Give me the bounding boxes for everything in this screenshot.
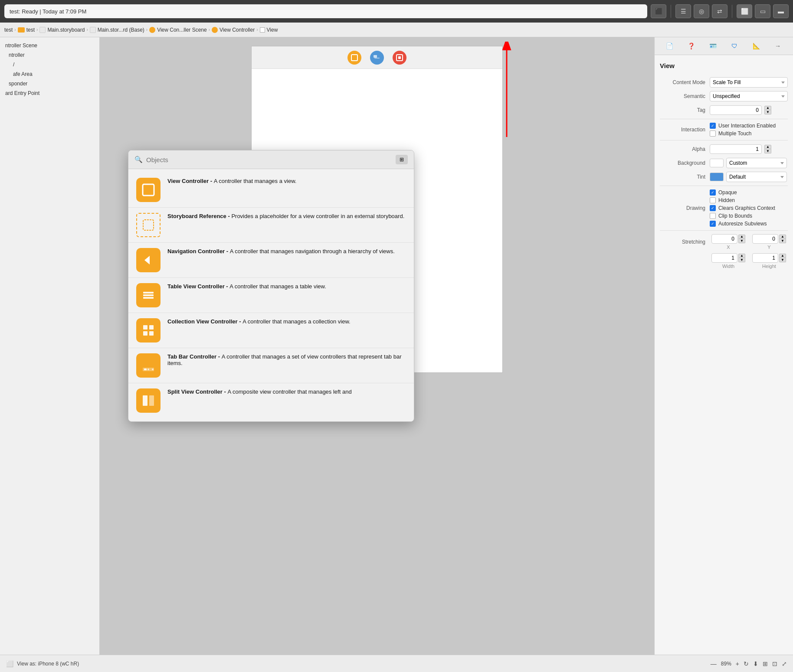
- multiple-touch-checkbox[interactable]: [710, 130, 716, 137]
- stretching-x-input[interactable]: [711, 234, 737, 244]
- left-panel-item-safe-area[interactable]: afe Area: [0, 69, 99, 79]
- stretching-label: Stretching: [660, 239, 710, 245]
- tag-input[interactable]: [710, 105, 762, 115]
- expand-icon[interactable]: ⤢: [782, 660, 787, 667]
- autoresize-checkbox[interactable]: ✓: [710, 221, 716, 227]
- semantic-select[interactable]: Unspecified: [710, 91, 788, 101]
- zoom-out-icon[interactable]: —: [711, 660, 717, 667]
- breadcrumb-item-mainstoryboard[interactable]: Main.storyboard: [39, 27, 85, 33]
- tint-select[interactable]: Default: [726, 172, 787, 182]
- refresh-icon[interactable]: ↻: [744, 660, 749, 667]
- tag-decrement[interactable]: ▼: [764, 110, 771, 114]
- svg-rect-0: [351, 55, 357, 61]
- background-color-swatch[interactable]: [710, 159, 724, 167]
- left-panel-item-controller[interactable]: ntroller: [0, 50, 99, 60]
- collection-view-controller-name: Collection View Controller - A controlle…: [167, 318, 406, 325]
- list-item-collection-view-controller[interactable]: Collection View Controller - A controlle…: [128, 313, 414, 348]
- stretching-width-input[interactable]: [711, 253, 737, 263]
- breadcrumb-item-test2[interactable]: test: [18, 27, 35, 33]
- list-item-tab-bar-controller[interactable]: Tab Bar Controller - A controller that m…: [128, 348, 414, 383]
- background-control: Custom: [710, 158, 788, 168]
- stretching-y-decrement[interactable]: ▼: [779, 239, 786, 243]
- grid-view-button[interactable]: ⊞: [396, 155, 408, 164]
- divider1: [660, 119, 788, 119]
- share-button[interactable]: ◎: [694, 4, 709, 18]
- tag-increment[interactable]: ▲: [764, 106, 771, 110]
- list-item-navigation-controller[interactable]: Navigation Controller - A controller tha…: [128, 243, 414, 278]
- list-item-view-controller[interactable]: View Controller - A controller that mana…: [128, 173, 414, 208]
- tab-connections-icon[interactable]: →: [772, 40, 784, 52]
- tab-identity-icon[interactable]: 🪪: [707, 40, 719, 52]
- list-item-storyboard-reference[interactable]: Storyboard Reference - Provides a placeh…: [128, 208, 414, 243]
- tab-file-icon[interactable]: 📄: [664, 40, 676, 52]
- breadcrumb-label: Main.stor...rd (Base): [98, 27, 144, 33]
- list-item-split-view-controller[interactable]: Split View Controller - A composite view…: [128, 383, 414, 418]
- breadcrumb-item-base[interactable]: Main.stor...rd (Base): [90, 27, 144, 33]
- stretching-width-increment[interactable]: ▲: [738, 254, 745, 258]
- stop-button[interactable]: ⬛: [651, 4, 666, 18]
- toolbar-separator2: [732, 5, 732, 18]
- left-panel-item-responder[interactable]: sponder: [0, 79, 99, 88]
- back-forward-button[interactable]: ⇄: [712, 4, 727, 18]
- folder-icon: [18, 27, 25, 33]
- alpha-increment[interactable]: ▲: [764, 145, 771, 149]
- table-view-controller-icon: [136, 283, 161, 307]
- stretching-x-increment[interactable]: ▲: [738, 235, 745, 239]
- menu-button[interactable]: ☰: [675, 4, 691, 18]
- clip-to-bounds-checkbox[interactable]: [710, 213, 716, 219]
- content-mode-select[interactable]: Scale To Fill: [710, 77, 788, 88]
- right-panel-tabs: 📄 ❓ 🪪 🛡 📐 →: [655, 37, 793, 55]
- opaque-checkbox[interactable]: ✓: [710, 189, 716, 196]
- grid-icon[interactable]: ⊞: [763, 660, 768, 667]
- view-as-label: View as: iPhone 8 (wC hR): [17, 661, 79, 667]
- breadcrumb-item-scene[interactable]: View Con...ller Scene: [149, 27, 207, 33]
- stretching-height-field: ▲ ▼ Height: [750, 253, 788, 269]
- tab-size-icon[interactable]: 📐: [750, 40, 762, 52]
- tab-attributes-icon[interactable]: 🛡: [728, 40, 741, 52]
- clears-graphics-checkbox[interactable]: ✓: [710, 205, 716, 211]
- opaque-item: ✓ Opaque: [710, 189, 775, 196]
- fit-icon[interactable]: ⊡: [772, 660, 777, 667]
- stretching-height-increment[interactable]: ▲: [779, 254, 786, 258]
- layout2-button[interactable]: ▭: [755, 4, 770, 18]
- stretching-height-input[interactable]: [752, 253, 778, 263]
- alpha-decrement[interactable]: ▼: [764, 149, 771, 153]
- stretching-x-decrement[interactable]: ▼: [738, 239, 745, 243]
- layout-icon[interactable]: ⬜: [6, 660, 13, 667]
- layout1-button[interactable]: ⬜: [737, 4, 752, 18]
- toolbar-separator: [671, 5, 671, 18]
- stretching-width-wrap: ▲ ▼: [711, 253, 745, 263]
- left-panel-item-view[interactable]: /: [0, 60, 99, 69]
- hidden-item: Hidden: [710, 197, 775, 203]
- tab-help-icon[interactable]: ❓: [685, 40, 698, 52]
- background-select[interactable]: Custom: [726, 158, 787, 168]
- stretching-y-label: Y: [767, 245, 770, 250]
- table-view-controller-text: Table View Controller - A controller tha…: [167, 283, 406, 290]
- tab-bar-controller-name: Tab Bar Controller - A controller that m…: [167, 353, 406, 366]
- stretching-height-decrement[interactable]: ▼: [779, 258, 786, 262]
- breadcrumb-item-test1[interactable]: test: [4, 27, 13, 33]
- zoom-in-icon[interactable]: +: [736, 660, 739, 667]
- hidden-checkbox[interactable]: [710, 197, 716, 203]
- view-controller-desc: A controller that manages a view.: [214, 178, 297, 184]
- left-panel-item-controller-scene[interactable]: ntroller Scene: [0, 41, 99, 50]
- stretching-y-input[interactable]: [752, 234, 778, 244]
- list-item-table-view-controller[interactable]: Table View Controller - A controller tha…: [128, 278, 414, 313]
- svg-rect-22: [149, 395, 154, 406]
- user-interaction-checkbox[interactable]: ✓: [710, 123, 716, 129]
- svg-rect-15: [143, 331, 147, 336]
- stretching-y-increment[interactable]: ▲: [779, 235, 786, 239]
- breadcrumb-item-viewcontroller[interactable]: View Controller: [212, 27, 255, 33]
- alpha-input[interactable]: [710, 144, 762, 154]
- breadcrumb-arrow2: ›: [36, 27, 38, 32]
- storyboard-reference-name: Storyboard Reference - Provides a placeh…: [167, 213, 406, 219]
- layout3-button[interactable]: ▬: [773, 4, 789, 18]
- inspector-title: View: [660, 60, 788, 71]
- download-icon[interactable]: ⬇: [753, 660, 758, 667]
- breadcrumb-item-view[interactable]: View: [260, 27, 278, 33]
- objects-search-input[interactable]: [146, 156, 392, 163]
- stretching-width-decrement[interactable]: ▼: [738, 258, 745, 262]
- tint-color-swatch[interactable]: [710, 173, 724, 181]
- alpha-row: Alpha ▲ ▼: [660, 144, 788, 154]
- left-panel-item-storyboard-entry[interactable]: ard Entry Point: [0, 88, 99, 98]
